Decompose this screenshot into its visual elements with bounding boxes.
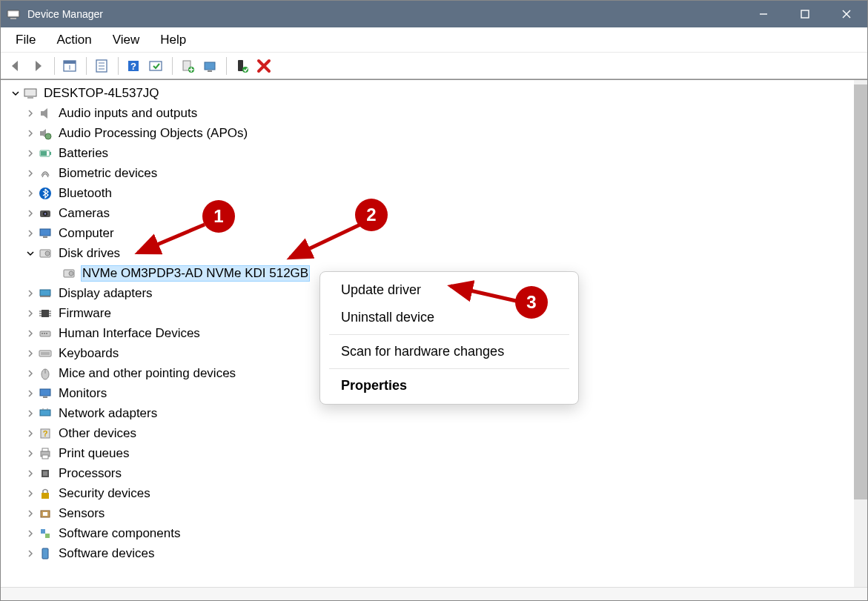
chevron-down-icon[interactable] <box>10 87 21 99</box>
chevron-right-icon[interactable] <box>24 348 36 359</box>
tree-item-apo[interactable]: Audio Processing Objects (APOs) <box>4 123 854 143</box>
chevron-right-icon[interactable] <box>24 428 36 439</box>
chevron-right-icon[interactable] <box>24 448 36 459</box>
svg-rect-51 <box>46 333 47 334</box>
chevron-right-icon[interactable] <box>24 207 36 219</box>
maximize-button[interactable] <box>784 1 826 27</box>
tree-item-label: Software devices <box>57 545 156 562</box>
tree-item-software-components[interactable]: Software components <box>4 523 854 543</box>
cpu-icon <box>38 466 53 481</box>
properties-button[interactable] <box>91 56 112 76</box>
chevron-right-icon[interactable] <box>24 508 36 519</box>
chevron-right-icon[interactable] <box>24 408 36 419</box>
device-tree[interactable]: DESKTOP-4L537JQ Audio inputs and outputs… <box>1 80 854 587</box>
menu-file[interactable]: File <box>5 30 46 50</box>
svg-rect-50 <box>44 333 45 334</box>
uninstall-button[interactable] <box>199 56 220 76</box>
chevron-right-icon[interactable] <box>24 187 36 199</box>
svg-rect-69 <box>43 512 47 516</box>
svg-rect-20 <box>208 70 212 72</box>
context-properties[interactable]: Properties <box>320 372 578 399</box>
tree-item-network[interactable]: Network adapters <box>4 403 854 423</box>
svg-rect-4 <box>801 10 809 18</box>
update-driver-button[interactable] <box>177 56 198 76</box>
chevron-right-icon[interactable] <box>24 548 36 560</box>
svg-rect-52 <box>39 351 51 356</box>
tree-item-label: Audio inputs and outputs <box>57 105 199 122</box>
tree-item-batteries[interactable]: Batteries <box>4 143 854 163</box>
svg-rect-19 <box>205 62 215 70</box>
svg-text:?: ? <box>130 61 136 72</box>
chevron-down-icon[interactable] <box>24 248 36 259</box>
chevron-right-icon[interactable] <box>24 107 36 119</box>
titlebar[interactable]: Device Manager <box>1 1 867 27</box>
tree-root[interactable]: DESKTOP-4L537JQ <box>4 83 854 103</box>
tree-item-label: NVMe OM3PDP3-AD NVMe KDI 512GB <box>81 265 310 282</box>
chevron-right-icon[interactable] <box>24 147 36 159</box>
chevron-right-icon[interactable] <box>24 468 36 479</box>
tree-item-label: Display adapters <box>57 285 154 302</box>
tree-item-label: Security devices <box>57 485 152 502</box>
lock-icon <box>38 486 53 501</box>
svg-rect-71 <box>45 534 50 538</box>
tree-item-other-devices[interactable]: ? Other devices <box>4 423 854 443</box>
tree-item-computer[interactable]: Computer <box>4 223 854 243</box>
app-icon <box>5 6 21 22</box>
toolbar-separator <box>54 57 55 75</box>
component-icon <box>38 526 53 541</box>
chevron-right-icon[interactable] <box>24 488 36 499</box>
chevron-right-icon[interactable] <box>24 228 36 239</box>
svg-rect-59 <box>40 410 50 416</box>
scrollbar-thumb[interactable] <box>854 84 867 499</box>
context-separator <box>329 368 569 369</box>
tree-item-processors[interactable]: Processors <box>4 463 854 483</box>
speaker-icon <box>38 106 53 121</box>
menu-action[interactable]: Action <box>46 30 102 50</box>
tree-item-sensors[interactable]: Sensors <box>4 503 854 523</box>
tree-item-label: Human Interface Devices <box>57 325 202 342</box>
tree-item-disk-drives[interactable]: Disk drives <box>4 243 854 263</box>
tree-item-audio-io[interactable]: Audio inputs and outputs <box>4 103 854 123</box>
disable-button[interactable] <box>254 56 274 76</box>
context-scan-hardware[interactable]: Scan for hardware changes <box>320 338 578 365</box>
svg-rect-41 <box>42 310 49 317</box>
menu-help[interactable]: Help <box>150 30 196 50</box>
chevron-right-icon[interactable] <box>24 368 36 379</box>
context-separator <box>329 334 569 335</box>
vertical-scrollbar[interactable] <box>854 80 867 587</box>
tree-item-software-devices[interactable]: Software devices <box>4 543 854 563</box>
back-button[interactable] <box>5 56 26 76</box>
chevron-right-icon[interactable] <box>24 308 36 319</box>
chevron-right-icon[interactable] <box>24 167 36 179</box>
enable-button[interactable] <box>231 56 252 76</box>
chevron-right-icon[interactable] <box>24 288 36 299</box>
tree-item-label: Keyboards <box>57 345 120 362</box>
svg-rect-58 <box>43 396 47 398</box>
svg-rect-63 <box>42 448 48 451</box>
tree-item-label: Disk drives <box>57 245 122 262</box>
window-title: Device Manager <box>27 8 743 20</box>
tree-item-label: Software components <box>57 525 182 542</box>
tree-item-print-queues[interactable]: Print queues <box>4 443 854 463</box>
tree-item-biometric[interactable]: Biometric devices <box>4 163 854 183</box>
chevron-right-icon[interactable] <box>24 388 36 399</box>
chevron-right-icon[interactable] <box>24 328 36 339</box>
menu-view[interactable]: View <box>102 30 150 50</box>
tree-item-security-devices[interactable]: Security devices <box>4 483 854 503</box>
chevron-right-icon[interactable] <box>24 528 36 539</box>
minimize-button[interactable] <box>743 1 784 27</box>
svg-rect-33 <box>40 229 50 236</box>
window-controls <box>743 1 867 27</box>
show-hidden-button[interactable] <box>59 56 80 76</box>
toolbar-separator <box>86 57 87 75</box>
action-button[interactable] <box>145 56 166 76</box>
annotation-badge-1: 1 <box>202 200 235 233</box>
help-button[interactable]: ? <box>123 56 144 76</box>
tree-item-bluetooth[interactable]: Bluetooth <box>4 183 854 203</box>
monitor-icon <box>38 386 53 401</box>
close-button[interactable] <box>826 1 867 27</box>
tree-item-cameras[interactable]: Cameras <box>4 203 854 223</box>
forward-button[interactable] <box>27 56 48 76</box>
svg-rect-64 <box>42 455 48 459</box>
chevron-right-icon[interactable] <box>24 127 36 139</box>
